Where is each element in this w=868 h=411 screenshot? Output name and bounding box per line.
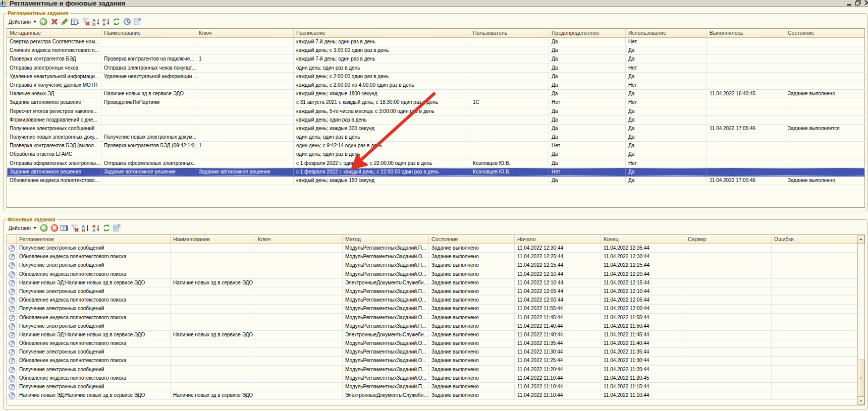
svg-text:Я: Я — [92, 22, 95, 26]
svg-text:А: А — [102, 22, 105, 26]
svg-text:Я: Я — [82, 228, 85, 232]
svg-text:А: А — [92, 228, 95, 232]
